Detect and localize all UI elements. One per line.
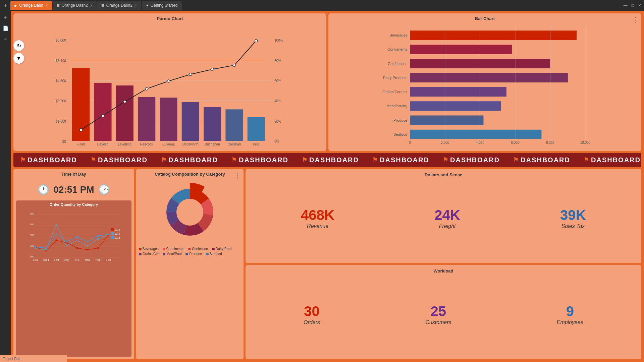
refresh-button[interactable]: ↻ (13, 40, 24, 51)
bar-king (248, 117, 265, 141)
legend-label-seafood: Seafood (210, 252, 222, 256)
svg-point-32 (189, 73, 192, 76)
ticker-item-3: ⚑ DASHBOARD (154, 156, 225, 164)
legend-meat: Meat/Poul (163, 252, 181, 256)
tab-close[interactable]: ✕ (45, 4, 48, 7)
svg-point-30 (145, 87, 148, 90)
bottom-row: Time of Day 🕐 02:51 PM 🕑 Order Quantity … (13, 169, 641, 359)
sales-tax-value: 39K (560, 207, 586, 223)
svg-text:Davolio: Davolio (97, 142, 109, 146)
tab-orange-dash[interactable]: ▶ Orange Dash ✕ (10, 1, 52, 10)
main-content: Pareto Chart $0 $1,600 $3,200 $4,800 $6,… (11, 11, 644, 362)
ticker-banner: ⚑ DASHBOARD ⚑ DASHBOARD ⚑ DASHBOARD ⚑ DA… (13, 153, 641, 167)
tool-buttons: ↻ ▼ (13, 40, 24, 64)
bar-dodsworth (182, 102, 199, 141)
ticker-item-6: ⚑ DASHBOARD (366, 156, 436, 164)
svg-text:Fuller: Fuller (77, 142, 86, 146)
svg-text:400: 400 (30, 223, 35, 226)
svg-text:20%: 20% (274, 120, 281, 123)
time-panel: Time of Day 🕐 02:51 PM 🕑 Order Quantity … (13, 169, 134, 359)
window-controls: — □ ✕ (622, 3, 643, 8)
svg-rect-108 (111, 232, 114, 235)
svg-point-76 (56, 240, 57, 241)
tab-orange-dash2-2[interactable]: ☰ Orange Dash2 ✕ (97, 1, 141, 10)
svg-rect-44 (410, 31, 577, 40)
tab-close-3[interactable]: ✕ (135, 4, 137, 7)
svg-point-29 (123, 100, 126, 103)
svg-text:80%: 80% (274, 59, 281, 63)
svg-point-86 (76, 240, 78, 241)
legend-grains: Grains/Cer (139, 252, 159, 256)
svg-text:10,000: 10,000 (580, 141, 591, 144)
svg-text:0%: 0% (274, 140, 279, 143)
svg-text:Callahan: Callahan (228, 142, 241, 146)
ticker-text: DASHBOARD (28, 156, 77, 164)
svg-point-33 (211, 68, 214, 71)
donut-chart-svg (156, 179, 223, 246)
legend-label-condiments: Condiments (166, 247, 184, 251)
svg-point-88 (97, 238, 99, 240)
svg-text:Seaf: Seaf (106, 259, 111, 261)
time-display: 🕐 02:51 PM 🕑 (16, 179, 131, 200)
svg-point-78 (76, 247, 78, 249)
svg-text:Meat: Meat (85, 259, 90, 261)
sidebar: + 📄 ≡ (0, 11, 11, 362)
svg-text:Prod: Prod (96, 259, 101, 261)
ticker-item-2: ⚑ DASHBOARD (84, 156, 154, 164)
svg-text:Seafood: Seafood (393, 132, 407, 136)
sidebar-icon-3[interactable]: ≡ (1, 35, 9, 43)
close-window-button[interactable]: ✕ (637, 3, 643, 8)
bar-callahan (225, 109, 243, 141)
maximize-button[interactable]: □ (630, 3, 635, 8)
freight-value: 24K (434, 207, 460, 223)
tab-bar: + ▶ Orange Dash ✕ ☰ Orange Dash2 ✕ ☰ Ora… (0, 0, 644, 11)
svg-point-97 (108, 234, 109, 235)
sidebar-icon-2[interactable]: 📄 (1, 24, 9, 32)
tab-icon-4: ✦ (146, 4, 149, 7)
workload-title: Workload (251, 268, 636, 274)
bar-peacock (138, 97, 155, 141)
svg-text:300: 300 (30, 234, 35, 237)
tab-getting-started[interactable]: ✦ Getting Started (142, 1, 182, 10)
tab-label: Orange Dash (19, 3, 43, 8)
catalog-menu[interactable]: ⋮ (235, 172, 241, 179)
svg-point-31 (167, 80, 170, 82)
ticker-item-7: ⚑ DASHBOARD (436, 156, 506, 164)
ticker-item-5: ⚑ DASHBOARD (295, 156, 366, 164)
order-qty-title: Order Quantity by Category (18, 202, 129, 206)
tab-close-2[interactable]: ✕ (90, 4, 93, 7)
kpi-customers: 25 Customers (425, 303, 451, 325)
ticker-content: ⚑ DASHBOARD ⚑ DASHBOARD ⚑ DASHBOARD ⚑ DA… (13, 156, 641, 164)
kpi-revenue: 468K Revenue (301, 207, 334, 229)
svg-text:2015: 2015 (115, 233, 120, 235)
svg-text:60%: 60% (274, 79, 281, 83)
tab-orange-dash2-1[interactable]: ☰ Orange Dash2 ✕ (53, 1, 97, 10)
top-charts-row: Pareto Chart $0 $1,600 $3,200 $4,800 $6,… (13, 13, 641, 151)
pareto-chart-svg: $0 $1,600 $3,200 $4,800 $6,400 $8,000 0%… (16, 23, 324, 148)
svg-point-34 (233, 64, 236, 67)
dollars-sense-title: Dollars and Sense (251, 172, 636, 177)
svg-text:6,000: 6,000 (511, 141, 520, 144)
svg-rect-49 (410, 101, 501, 111)
legend-dairy: Dairy Prod (212, 247, 231, 251)
svg-point-85 (66, 245, 68, 247)
svg-point-96 (97, 235, 99, 237)
svg-rect-51 (410, 130, 541, 139)
minimize-button[interactable]: — (622, 3, 629, 8)
svg-rect-45 (410, 45, 512, 54)
svg-text:Produce: Produce (393, 118, 407, 122)
bar-chart-svg-container: Beverages Condiments Confections Dairy P… (331, 23, 639, 148)
filter-button[interactable]: ▼ (13, 53, 24, 64)
new-tab-button[interactable]: + (1, 2, 10, 8)
sidebar-icon-1[interactable]: + (1, 13, 9, 21)
svg-text:Confections: Confections (388, 62, 408, 66)
tab-icon: ▶ (14, 4, 17, 7)
svg-text:Peacock: Peacock (140, 142, 154, 146)
bar-chart-menu[interactable]: ⋮ (633, 16, 639, 23)
legend-confection: Confection (188, 247, 208, 251)
legend-label-grains: Grains/Cer (143, 252, 159, 256)
svg-point-79 (87, 249, 89, 251)
svg-rect-106 (111, 228, 114, 231)
svg-text:Dairy Products: Dairy Products (383, 76, 408, 80)
svg-point-83 (45, 249, 47, 251)
